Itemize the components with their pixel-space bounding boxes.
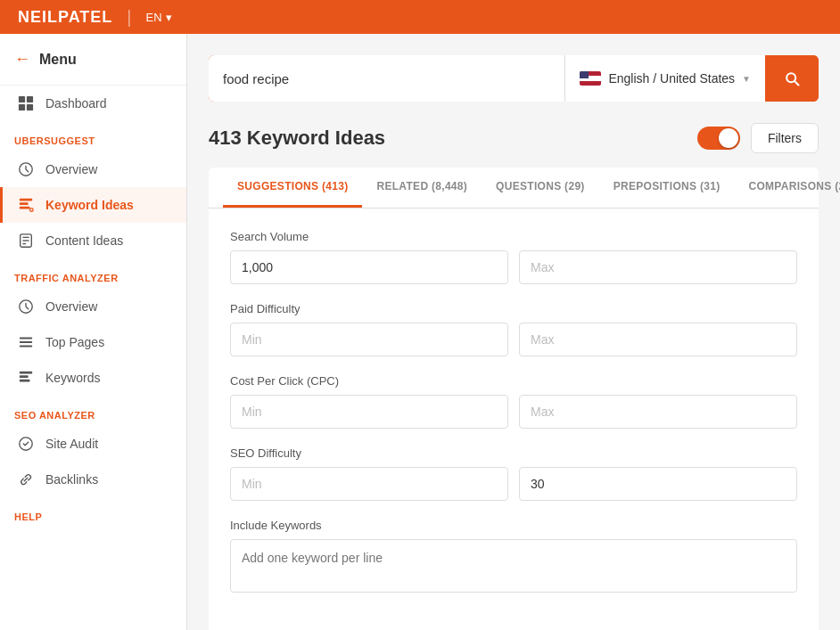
- section-ubersuggest: UBERSUGGEST: [0, 121, 186, 151]
- keyword-panel: SUGGESTIONS (413) RELATED (8,448) QUESTI…: [209, 168, 819, 630]
- svg-rect-1: [27, 96, 33, 102]
- sidebar-item-top-pages[interactable]: Top Pages: [0, 324, 186, 360]
- tab-suggestions[interactable]: SUGGESTIONS (413): [223, 168, 362, 208]
- search-button[interactable]: [765, 55, 819, 102]
- seo-difficulty-min-input[interactable]: [230, 467, 508, 501]
- filter-search-volume: Search Volume: [230, 230, 797, 284]
- sidebar-menu-label: Menu: [39, 52, 77, 68]
- svg-rect-0: [19, 96, 25, 102]
- svg-rect-17: [20, 372, 32, 374]
- tab-questions[interactable]: QUESTIONS (29): [482, 168, 599, 208]
- sidebar-item-label: Overview: [45, 162, 97, 176]
- filters-button[interactable]: Filters: [751, 123, 819, 153]
- top-bar: NEILPATEL | EN ▾: [0, 0, 840, 34]
- keyword-ideas-title: 413 Keyword Ideas: [209, 127, 385, 150]
- sidebar-item-label: Keyword Ideas: [45, 198, 134, 212]
- search-icon: [783, 70, 801, 87]
- filter-cpc: Cost Per Click (CPC): [230, 374, 797, 429]
- us-flag-icon: [580, 71, 601, 86]
- svg-rect-7: [20, 207, 30, 209]
- filter-search-volume-inputs: [230, 250, 797, 284]
- svg-rect-16: [20, 346, 32, 348]
- top-lang-chevron: ▾: [166, 11, 172, 24]
- svg-point-8: [30, 209, 34, 212]
- main-layout: ← Menu Dashboard UBERSUGGEST Overview Ke…: [0, 34, 840, 630]
- svg-rect-15: [20, 341, 32, 343]
- sidebar-item-site-audit[interactable]: Site Audit: [0, 426, 186, 462]
- svg-rect-14: [20, 338, 32, 340]
- sidebar-item-keywords[interactable]: Keywords: [0, 360, 186, 396]
- site-audit-icon: [17, 435, 35, 453]
- top-lang-label: EN: [146, 11, 162, 24]
- filter-cpc-inputs: [230, 395, 797, 429]
- filter-paid-difficulty-label: Paid Difficulty: [230, 302, 797, 315]
- keyword-ideas-header: 413 Keyword Ideas Filters: [209, 123, 819, 153]
- sidebar-item-backlinks[interactable]: Backlinks: [0, 462, 186, 497]
- keywords-icon: [17, 369, 35, 387]
- svg-rect-6: [20, 202, 29, 205]
- sidebar-item-overview-ta[interactable]: Overview: [0, 289, 186, 324]
- section-help: HELP: [0, 497, 186, 528]
- cpc-max-input[interactable]: [519, 395, 797, 429]
- svg-rect-18: [20, 375, 29, 378]
- sidebar-item-keyword-ideas[interactable]: Keyword Ideas: [0, 187, 186, 223]
- content-ideas-icon: [17, 232, 35, 250]
- chevron-down-icon: ▼: [742, 74, 751, 84]
- sidebar-item-label: Content Ideas: [45, 233, 123, 248]
- sidebar-item-label: Top Pages: [45, 335, 104, 349]
- language-selector-top[interactable]: EN ▾: [146, 11, 172, 24]
- sidebar-item-content-ideas[interactable]: Content Ideas: [0, 223, 186, 258]
- filter-cpc-label: Cost Per Click (CPC): [230, 374, 797, 388]
- sidebar-item-overview-ub[interactable]: Overview: [0, 151, 186, 187]
- filter-include-keywords-label: Include Keywords: [230, 519, 797, 532]
- divider: |: [127, 7, 131, 28]
- sidebar-header[interactable]: ← Menu: [0, 34, 186, 86]
- filter-paid-difficulty: Paid Difficulty: [230, 302, 797, 356]
- cpc-min-input[interactable]: [230, 395, 508, 429]
- svg-rect-3: [27, 104, 33, 110]
- svg-rect-19: [20, 380, 30, 382]
- include-keywords-textarea[interactable]: [230, 539, 797, 593]
- tab-related[interactable]: RELATED (8,448): [362, 168, 482, 208]
- top-pages-icon: [17, 333, 35, 351]
- back-icon: ←: [14, 50, 30, 69]
- search-input[interactable]: [209, 55, 564, 102]
- sidebar-item-label: Dashboard: [45, 96, 107, 110]
- filter-seo-difficulty: SEO Difficulty: [230, 446, 797, 501]
- language-selector[interactable]: English / United States ▼: [564, 55, 765, 102]
- logo: NEILPATEL: [18, 8, 112, 27]
- filter-paid-difficulty-inputs: [230, 323, 797, 356]
- search-volume-min-input[interactable]: [230, 250, 508, 284]
- tab-prepositions[interactable]: PREPOSITIONS (31): [599, 168, 735, 208]
- filter-seo-difficulty-label: SEO Difficulty: [230, 446, 797, 460]
- seo-difficulty-max-input[interactable]: [519, 467, 797, 501]
- toggle-knob: [719, 128, 738, 148]
- tabs-bar: SUGGESTIONS (413) RELATED (8,448) QUESTI…: [209, 168, 819, 209]
- sidebar-item-label: Overview: [45, 299, 97, 314]
- overview-ta-icon: [17, 298, 35, 315]
- sidebar-item-dashboard[interactable]: Dashboard: [0, 86, 186, 121]
- lang-label: English / United States: [608, 71, 735, 86]
- tab-comparisons[interactable]: COMPARISONS (23): [734, 168, 840, 208]
- overview-ub-icon: [17, 160, 35, 178]
- section-traffic-analyzer: TRAFFIC ANALYZER: [0, 258, 186, 289]
- sidebar-item-label: Keywords: [45, 371, 100, 385]
- paid-difficulty-min-input[interactable]: [230, 323, 508, 356]
- svg-rect-5: [20, 199, 32, 201]
- backlinks-icon: [17, 470, 35, 488]
- filter-seo-difficulty-inputs: [230, 467, 797, 501]
- content-area: English / United States ▼ 413 Keyword Id…: [187, 34, 840, 630]
- filter-include-keywords: Include Keywords: [230, 519, 797, 596]
- filter-search-volume-label: Search Volume: [230, 230, 797, 243]
- keyword-ideas-icon: [17, 196, 35, 214]
- sidebar-item-label: Site Audit: [45, 437, 98, 451]
- search-bar: English / United States ▼: [209, 55, 819, 102]
- paid-difficulty-max-input[interactable]: [519, 323, 797, 356]
- search-volume-max-input[interactable]: [519, 250, 797, 284]
- filter-panel: Search Volume Paid Difficulty: [209, 209, 819, 630]
- sidebar-item-label: Backlinks: [45, 472, 98, 487]
- section-seo-analyzer: SEO ANALYZER: [0, 396, 186, 426]
- keyword-ideas-actions: Filters: [697, 123, 819, 153]
- toggle-switch[interactable]: [697, 127, 740, 150]
- svg-rect-2: [19, 104, 25, 110]
